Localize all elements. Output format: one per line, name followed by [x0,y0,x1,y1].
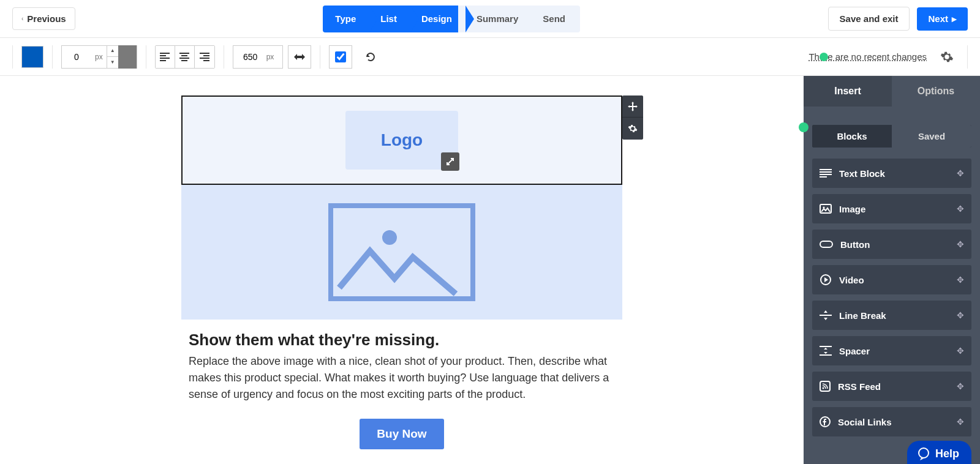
drag-handle-icon: ✥ [957,346,964,356]
block-item-social[interactable]: Social Links ✥ [812,407,971,436]
padding-value-input[interactable] [62,46,91,68]
drag-handle-icon: ✥ [957,168,964,178]
drag-handle-icon: ✥ [957,310,964,320]
svg-rect-3 [820,241,832,247]
block-item-video[interactable]: Video ✥ [812,265,971,294]
block-item-spacer[interactable]: Spacer ✥ [812,336,971,365]
image-block[interactable] [181,185,622,320]
text-block[interactable]: Show them what they're missing. Replace … [181,320,622,403]
block-item-text[interactable]: Text Block ✥ [812,159,971,188]
heading-text: Show them what they're missing. [189,331,615,350]
blocks-list: Text Block ✥ Image ✥ Button ✥ [804,156,980,439]
block-label: Line Break [839,310,886,321]
social-icon [820,416,831,427]
padding-decrement-button[interactable]: ▼ [107,57,118,68]
drag-handle-icon: ✥ [957,204,964,214]
body-text: Replace the above image with a nice, cle… [189,353,615,403]
block-floating-tools [622,95,643,140]
main-area: Logo [0,76,980,464]
align-left-button[interactable] [156,46,175,68]
block-item-button[interactable]: Button ✥ [812,230,971,259]
next-label: Next [928,13,948,24]
divider [320,45,320,69]
block-item-rss[interactable]: RSS Feed ✥ [812,372,971,401]
toolbar-left: px ▲ ▼ px [12,45,380,69]
move-icon [628,102,638,111]
line-break-icon [820,310,832,320]
block-label: Image [839,204,865,214]
divider [52,45,53,69]
canvas-wrap: Logo [0,76,804,464]
changes-status-text[interactable]: There are no recent changes [809,51,927,62]
help-label: Help [935,447,959,460]
divider [146,45,146,69]
block-item-line-break[interactable]: Line Break ✥ [812,301,971,330]
drag-handle-icon: ✥ [957,417,964,427]
resize-icon [446,157,454,166]
toggle-checkbox[interactable] [335,51,346,62]
email-canvas[interactable]: Logo [181,95,622,444]
align-group [155,45,215,69]
padding-unit-label: px [91,53,107,61]
button-icon [820,241,833,248]
svg-point-0 [382,230,397,245]
drag-handle-icon: ✥ [957,275,964,285]
previous-label: Previous [27,13,66,24]
logo-placeholder-text: Logo [381,130,423,150]
block-label: Social Links [838,417,892,427]
logo-placeholder[interactable]: Logo [345,111,458,170]
padding-spinner: ▲ ▼ [107,46,118,68]
header-right: Save and exit Next ▸ [828,7,968,31]
divider [12,45,13,69]
sidebar-tabs: Insert Options [804,76,980,107]
sub-tab-saved[interactable]: Saved [892,125,971,148]
save-and-exit-button[interactable]: Save and exit [828,7,910,31]
full-width-toggle-button[interactable] [288,45,311,69]
tab-options[interactable]: Options [892,76,980,107]
sub-tabs: Blocks Saved [812,125,971,148]
padding-increment-button[interactable]: ▲ [107,46,118,57]
block-label: Button [840,239,870,250]
drag-handle-icon: ✥ [957,239,964,249]
block-item-image[interactable]: Image ✥ [812,194,971,223]
resize-handle[interactable] [441,152,459,171]
logo-block-selected[interactable]: Logo [181,95,622,185]
align-center-button[interactable] [175,46,195,68]
undo-button[interactable] [361,47,380,67]
block-label: RSS Feed [838,381,881,392]
header-bar: ‹ Previous Type List Design Summary Send… [0,0,980,38]
undo-icon [364,51,377,63]
wizard-steps: Type List Design Summary Send [323,6,580,32]
width-group: px [233,45,312,69]
checkbox-wrap [329,45,352,69]
gear-icon [628,124,638,133]
spacer-icon [820,345,832,356]
previous-button[interactable]: ‹ Previous [12,7,75,30]
tab-insert[interactable]: Insert [804,76,892,107]
width-value-input[interactable] [238,52,263,62]
next-button[interactable]: Next ▸ [917,7,968,31]
rss-icon [820,381,831,392]
toolbar-right: There are no recent changes [809,45,968,69]
background-color-swatch[interactable] [21,46,43,68]
align-right-button[interactable] [195,46,214,68]
block-label: Text Block [839,168,885,179]
indicator-dot-icon [799,122,809,132]
cta-wrap: Buy Now [181,419,622,449]
buy-now-button[interactable]: Buy Now [360,419,443,449]
block-settings-button[interactable] [622,118,643,140]
settings-button[interactable] [937,47,957,67]
move-block-button[interactable] [622,95,643,118]
divider [224,45,224,69]
right-sidebar: Insert Options Blocks Saved Text Block ✥… [804,76,980,464]
padding-side-selector[interactable] [118,45,137,69]
chat-icon [917,447,930,460]
video-icon [820,274,832,286]
help-widget[interactable]: Help [907,441,971,464]
sub-tab-blocks[interactable]: Blocks [812,125,892,148]
image-placeholder-icon [328,203,475,301]
divider [967,45,968,69]
width-unit-label: px [263,53,278,61]
chevron-left-icon: ‹ [21,15,23,22]
block-label: Spacer [839,346,870,356]
